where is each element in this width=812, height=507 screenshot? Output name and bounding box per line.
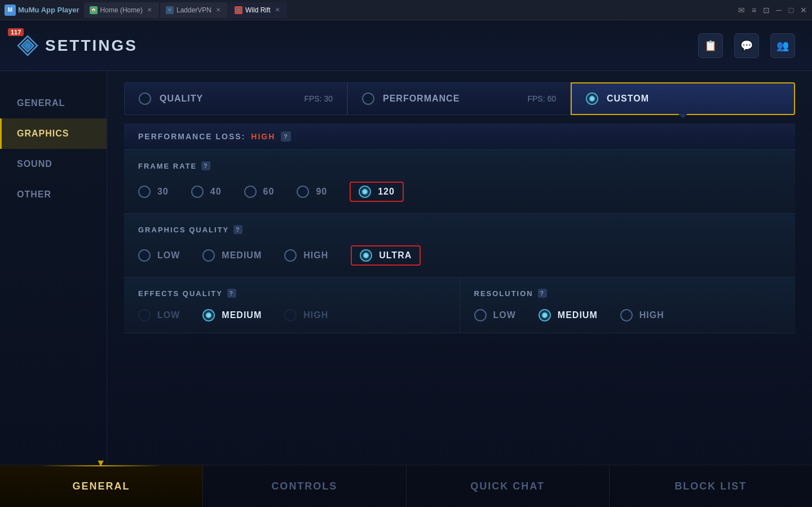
gq-ultra-label: ULTRA — [379, 250, 412, 261]
fps-40-radio — [191, 186, 204, 198]
frame-rate-section: FRAME RATE ? 30 40 60 90 — [124, 150, 795, 214]
sidebar-item-general[interactable]: GENERAL — [0, 88, 107, 118]
tab-home-label: Home (Home) — [100, 6, 143, 14]
tab-wildrift[interactable]: 🎮 Wild Rift ✕ — [229, 2, 287, 18]
preset-quality[interactable]: QUALITY FPS: 30 — [124, 82, 347, 115]
frame-rate-help[interactable]: ? — [201, 161, 210, 170]
menu-icon[interactable]: ≡ — [750, 6, 758, 14]
preset-custom[interactable]: CUSTOM — [571, 82, 795, 115]
bottom-tab-general[interactable]: ▼ GENERAL — [0, 465, 203, 507]
tab-wildrift-label: Wild Rift — [245, 6, 271, 14]
resolution-help[interactable]: ? — [538, 289, 547, 298]
gq-high-label: HIGH — [303, 250, 328, 261]
eq-low-radio — [138, 309, 151, 321]
fps-120-option[interactable]: 120 — [350, 182, 404, 202]
preset-performance[interactable]: PERFORMANCE FPS: 60 — [347, 82, 571, 115]
fps-30-label: 30 — [157, 187, 169, 197]
tab-laddervpn-label: LadderVPN — [176, 6, 211, 14]
content-panel: QUALITY FPS: 30 PERFORMANCE FPS: 60 CUST… — [107, 71, 812, 465]
resolution-header: RESOLUTION ? — [474, 289, 782, 298]
fps-120-label: 120 — [378, 187, 395, 197]
gq-ultra-radio — [360, 249, 372, 262]
app-logo: M MuMu App Player — [5, 5, 80, 16]
fps-60-option[interactable]: 60 — [244, 186, 275, 198]
eq-medium-radio — [202, 309, 215, 321]
res-low-option[interactable]: LOW — [474, 309, 516, 321]
fps-40-option[interactable]: 40 — [191, 186, 222, 198]
performance-radio — [362, 92, 374, 105]
sidebar-item-graphics[interactable]: GRAPHICS — [0, 118, 107, 149]
fps-30-radio — [138, 186, 151, 198]
vpn-tab-icon: V — [166, 6, 174, 14]
effects-quality-section: EFFECTS QUALITY ? LOW MEDIUM HIGH — [124, 277, 460, 333]
perf-help-icon[interactable]: ? — [281, 131, 291, 142]
titlebar-controls: ✉ ≡ ⊡ ─ □ ✕ — [738, 6, 807, 14]
tab-laddervpn[interactable]: V LadderVPN ✕ — [160, 2, 228, 18]
users-icon[interactable]: 👥 — [770, 33, 795, 58]
maximize-icon[interactable]: □ — [787, 6, 795, 14]
eq-medium-label: MEDIUM — [222, 310, 262, 320]
chat-icon[interactable]: 💬 — [734, 33, 759, 58]
fps-90-option[interactable]: 90 — [297, 186, 327, 198]
fps-30-option[interactable]: 30 — [138, 186, 169, 198]
eq-low-option[interactable]: LOW — [138, 309, 180, 321]
performance-label: PERFORMANCE — [383, 94, 460, 104]
perf-prefix: PERFORMANCE LOSS: — [138, 132, 245, 141]
tab-home-close[interactable]: ✕ — [145, 6, 153, 14]
gq-ultra-option[interactable]: ULTRA — [351, 245, 421, 266]
bottom-tab-controls[interactable]: CONTROLS — [203, 465, 406, 507]
quality-label: QUALITY — [160, 94, 203, 104]
res-high-label: HIGH — [639, 310, 664, 320]
clipboard-icon[interactable]: 📋 — [698, 33, 723, 58]
sidebar: GENERAL GRAPHICS SOUND OTHER — [0, 71, 107, 465]
res-medium-radio — [539, 309, 551, 321]
res-low-radio — [474, 309, 487, 321]
effects-quality-help[interactable]: ? — [227, 289, 236, 298]
tab-laddervpn-close[interactable]: ✕ — [214, 6, 222, 14]
app-name: MuMu App Player — [18, 6, 80, 14]
restore-icon[interactable]: ⊡ — [762, 6, 770, 14]
res-medium-label: MEDIUM — [558, 310, 598, 320]
header-icons: 📋 💬 👥 — [698, 33, 795, 58]
fps-60-label: 60 — [263, 187, 275, 197]
res-high-option[interactable]: HIGH — [620, 309, 664, 321]
bottom-tab-blocklist[interactable]: BLOCK LIST — [610, 465, 812, 507]
email-icon[interactable]: ✉ — [738, 6, 745, 14]
gq-medium-option[interactable]: MEDIUM — [202, 249, 262, 262]
bottom-tab-quickchat[interactable]: QUICK CHAT — [407, 465, 610, 507]
gq-high-option[interactable]: HIGH — [284, 249, 328, 262]
close-window-icon[interactable]: ✕ — [800, 6, 807, 14]
perf-value: HIGH — [251, 132, 275, 141]
preset-tabs: QUALITY FPS: 30 PERFORMANCE FPS: 60 CUST… — [124, 82, 795, 115]
game-tab-icon: 🎮 — [235, 6, 242, 14]
gq-low-label: LOW — [157, 250, 180, 261]
graphics-quality-header: GRAPHICS QUALITY ? — [138, 225, 781, 234]
custom-radio — [586, 92, 598, 105]
main-area: GENERAL GRAPHICS SOUND OTHER QUALITY FPS… — [0, 71, 812, 465]
frame-rate-options: 30 40 60 90 120 — [138, 182, 781, 202]
tab-wildrift-close[interactable]: ✕ — [273, 6, 281, 14]
fps-40-label: 40 — [210, 187, 222, 197]
eq-high-option[interactable]: HIGH — [284, 309, 328, 321]
sidebar-item-other[interactable]: OTHER — [0, 179, 107, 210]
header-title: SETTINGS — [45, 37, 138, 55]
graphics-quality-section: GRAPHICS QUALITY ? LOW MEDIUM HIGH — [124, 214, 795, 277]
gq-low-option[interactable]: LOW — [138, 249, 180, 262]
minimize-icon[interactable]: ─ — [775, 6, 783, 14]
titlebar-tabs: 🏠 Home (Home) ✕ V LadderVPN ✕ 🎮 Wild Rif… — [84, 2, 733, 18]
header-logo: SETTINGS — [17, 35, 138, 56]
graphics-quality-help[interactable]: ? — [233, 225, 242, 234]
fps-90-radio — [297, 186, 309, 198]
logo-diamond — [17, 35, 38, 56]
res-medium-option[interactable]: MEDIUM — [539, 309, 598, 321]
eq-medium-option[interactable]: MEDIUM — [202, 309, 262, 321]
fps-60-radio — [244, 186, 257, 198]
eq-high-radio — [284, 309, 297, 321]
tab-home[interactable]: 🏠 Home (Home) ✕ — [84, 2, 159, 18]
sidebar-item-sound[interactable]: SOUND — [0, 149, 107, 179]
res-low-label: LOW — [493, 310, 516, 320]
res-high-radio — [620, 309, 633, 321]
performance-loss-banner: PERFORMANCE LOSS: HIGH ? — [124, 124, 795, 150]
eq-low-label: LOW — [157, 310, 180, 320]
graphics-quality-options: LOW MEDIUM HIGH ULTRA — [138, 245, 781, 266]
